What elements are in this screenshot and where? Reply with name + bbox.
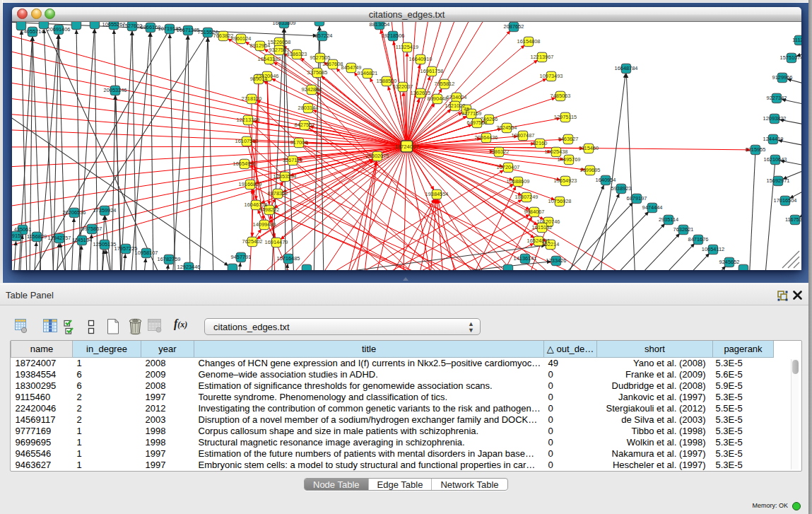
svg-text:8427552: 8427552: [295, 122, 315, 128]
svg-text:17359924: 17359924: [93, 207, 117, 214]
svg-text:9115460: 9115460: [579, 145, 599, 151]
svg-text:20206536: 20206536: [63, 209, 86, 216]
svg-text:9975867: 9975867: [82, 226, 102, 232]
svg-text:12213967: 12213967: [531, 54, 554, 60]
svg-text:9463627: 9463627: [558, 136, 579, 142]
svg-text:5938923: 5938923: [611, 185, 632, 192]
svg-text:14055714: 14055714: [21, 28, 45, 35]
svg-text:15751074: 15751074: [780, 54, 801, 61]
svg-text:2803144: 2803144: [298, 105, 319, 111]
svg-text:989014: 989014: [250, 76, 268, 82]
svg-text:15692971: 15692971: [767, 177, 790, 184]
svg-text:2867608: 2867608: [323, 61, 343, 67]
svg-text:1156829: 1156829: [27, 233, 47, 240]
svg-text:3375685: 3375685: [307, 69, 328, 76]
svg-text:16654906: 16654906: [233, 160, 257, 167]
svg-text:5322037: 5322037: [393, 83, 413, 90]
svg-text:14136141: 14136141: [514, 255, 537, 262]
svg-text:15720407: 15720407: [497, 164, 520, 170]
svg-text:19218506: 19218506: [382, 33, 405, 39]
svg-text:10756928: 10756928: [548, 198, 572, 204]
svg-text:16961758: 16961758: [420, 68, 444, 74]
svg-text:2718170: 2718170: [242, 95, 262, 102]
svg-text:1167533: 1167533: [785, 216, 801, 223]
svg-text:7955812: 7955812: [435, 81, 455, 87]
svg-text:18724007: 18724007: [395, 144, 419, 150]
svg-text:16543382: 16543382: [258, 56, 281, 62]
svg-text:7485063: 7485063: [551, 93, 571, 99]
svg-text:12353594: 12353594: [273, 173, 297, 180]
svg-text:8471676: 8471676: [688, 236, 709, 243]
svg-text:17957225: 17957225: [114, 245, 138, 252]
svg-text:746266: 746266: [481, 116, 498, 122]
svg-text:9699695: 9699695: [580, 167, 601, 173]
svg-text:16033809: 16033809: [273, 22, 296, 26]
svg-text:12923446: 12923446: [177, 264, 201, 270]
svg-text:12942757: 12942757: [48, 235, 71, 241]
svg-text:16648784: 16648784: [615, 65, 638, 71]
svg-text:62160: 62160: [533, 140, 548, 146]
svg-text:10688609: 10688609: [507, 178, 530, 185]
svg-text:9242848: 9242848: [302, 86, 322, 93]
svg-text:14495769: 14495769: [558, 156, 581, 163]
svg-text:8186323: 8186323: [287, 51, 307, 57]
svg-text:2087652: 2087652: [504, 23, 524, 30]
svg-text:917006: 917006: [290, 139, 308, 146]
svg-text:16154808: 16154808: [517, 38, 541, 45]
svg-text:8215955: 8215955: [746, 146, 766, 153]
svg-text:11121: 11121: [792, 37, 801, 43]
svg-text:1145194: 1145194: [72, 237, 92, 243]
svg-text:1640954: 1640954: [596, 177, 616, 183]
svg-text:16640910: 16640910: [409, 56, 433, 62]
svg-text:16210643: 16210643: [764, 156, 787, 163]
svg-text:1621022: 1621022: [445, 103, 466, 109]
svg-text:8878352: 8878352: [268, 190, 288, 197]
svg-text:14099489: 14099489: [253, 221, 276, 228]
svg-text:7632621: 7632621: [673, 226, 694, 233]
svg-text:25302075: 25302075: [366, 153, 389, 159]
svg-text:1244419: 1244419: [763, 136, 784, 142]
svg-text:12975115: 12975115: [554, 114, 577, 120]
svg-text:7357224: 7357224: [312, 33, 333, 39]
svg-text:1615132: 1615132: [532, 224, 553, 230]
svg-text:2935114: 2935114: [659, 216, 678, 223]
svg-text:3624554: 3624554: [497, 124, 517, 131]
svg-text:20053346: 20053346: [104, 87, 127, 93]
svg-text:9474444: 9474444: [642, 204, 663, 211]
svg-text:10654112: 10654112: [702, 246, 724, 252]
svg-text:12093822: 12093822: [763, 115, 787, 122]
svg-text:16914479: 16914479: [265, 239, 288, 245]
svg-text:7625402: 7625402: [242, 238, 263, 245]
svg-text:10025438: 10025438: [545, 148, 568, 155]
svg-text:15716485: 15716485: [277, 255, 300, 262]
svg-text:8498222: 8498222: [259, 206, 280, 213]
svg-text:9227342: 9227342: [767, 95, 787, 101]
svg-text:9527505: 9527505: [310, 54, 331, 61]
svg-text:12213369: 12213369: [237, 117, 260, 123]
svg-text:6879197: 6879197: [627, 195, 647, 201]
svg-text:9146821: 9146821: [358, 70, 378, 76]
svg-text:16782759: 16782759: [158, 256, 181, 262]
svg-text:11325419: 11325419: [396, 44, 418, 50]
svg-text:12505135: 12505135: [93, 241, 117, 247]
svg-text:7986322: 7986322: [489, 148, 510, 155]
svg-text:435061: 435061: [14, 226, 32, 233]
svg-text:8960124: 8960124: [231, 35, 252, 42]
svg-text:17016504: 17016504: [774, 197, 797, 204]
svg-text:8990448: 8990448: [428, 95, 448, 102]
svg-text:20364436: 20364436: [475, 134, 498, 141]
svg-text:15226058: 15226058: [268, 39, 291, 45]
svg-text:16107553: 16107553: [235, 138, 259, 144]
svg-text:3267110: 3267110: [283, 157, 302, 163]
svg-text:10973493: 10973493: [540, 73, 563, 79]
svg-text:19384554: 19384554: [425, 191, 449, 197]
svg-text:16671385: 16671385: [177, 27, 200, 33]
svg-text:18807249: 18807249: [515, 194, 539, 200]
svg-text:1733426: 1733426: [546, 257, 567, 264]
svg-text:19654923: 19654923: [554, 177, 577, 184]
svg-text:39159: 39159: [12, 233, 23, 239]
svg-text:9777169: 9777169: [461, 110, 482, 117]
svg-text:9457791: 9457791: [231, 254, 252, 260]
svg-text:10958107: 10958107: [135, 250, 158, 256]
svg-text:1527602: 1527602: [122, 23, 143, 29]
